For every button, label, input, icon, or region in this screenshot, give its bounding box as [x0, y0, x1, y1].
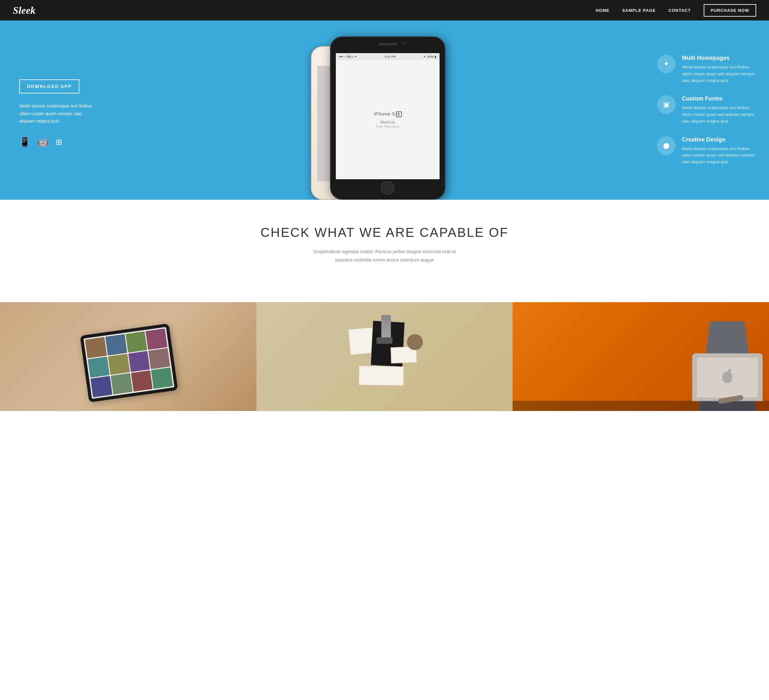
- purchase-now-button[interactable]: PURCHASE NOW: [704, 4, 756, 17]
- capabilities-subtext-line2: posuere molestie lorem lectus interdum a…: [335, 257, 434, 262]
- feature-creative-design-desc: Morbi laoreet scelerisque orci finibus u…: [682, 146, 756, 165]
- nav-item-home[interactable]: HOME: [595, 7, 609, 13]
- desk-surface: [513, 401, 769, 411]
- feature-creative-design-title: Creative Design: [682, 136, 756, 143]
- hero-description: Morbi laoreet scelerisque orci finibus u…: [19, 103, 96, 125]
- card-workspace: [513, 302, 769, 411]
- nav-link-sample[interactable]: SAMPLE PAGE: [622, 8, 656, 13]
- tablet-icon: ▣: [663, 101, 670, 109]
- status-time: 4:21 PM: [385, 55, 396, 58]
- free-resource-label: Free Resource: [373, 125, 401, 128]
- tablet-thumb-10: [111, 373, 132, 395]
- phone-home-button: [381, 181, 394, 194]
- capabilities-heading: CHECK WHAT WE ARE CAPABLE OF: [13, 225, 756, 240]
- feature-custom-forms: ▣ Custom Forms Morbi laoreet scelerisque…: [657, 95, 756, 125]
- tablet-thumb-5: [88, 356, 109, 378]
- capabilities-section: CHECK WHAT WE ARE CAPABLE OF Suspendisse…: [0, 200, 769, 283]
- toggle-icon: ⬤: [663, 142, 669, 149]
- feature-custom-forms-text: Custom Forms Morbi laoreet scelerisque o…: [682, 95, 756, 125]
- nav-item-contact[interactable]: CONTACT: [668, 7, 691, 13]
- wand-icon: ✦: [663, 60, 669, 68]
- feature-icon-toggle: ⬤: [657, 136, 676, 155]
- feature-icon-wand: ✦: [657, 55, 676, 73]
- tablet-frame: [80, 323, 178, 402]
- phone-screen-content: iPhone 5S MockUp Free Resource: [336, 60, 439, 179]
- nav-item-sample[interactable]: SAMPLE PAGE: [622, 7, 656, 13]
- platform-icons: 📱 🤖 ⊞: [19, 136, 96, 147]
- phone-speaker: [378, 43, 397, 45]
- feature-multi-homepages-text: Multi Homepages Morbi laoreet scelerisqu…: [682, 55, 756, 84]
- phone-status-bar: ●●○○ BELL ✦ 4:21 PM ✦ 100% ▮: [336, 53, 439, 60]
- feature-custom-forms-desc: Morbi laoreet scelerisque orci finibus u…: [682, 105, 756, 125]
- hero-left-panel: DOWNLOAD APP Morbi laoreet scelerisque o…: [0, 21, 109, 200]
- cards-row: [0, 302, 769, 411]
- capabilities-subtext-line1: Suspendisse egestas mattis rhoncus pelle…: [313, 249, 455, 254]
- logo: Sleek: [13, 5, 35, 16]
- tablet-thumb-2: [105, 334, 127, 356]
- card-tablet: [0, 302, 256, 411]
- card-stationery: [256, 302, 513, 411]
- iphone-s-badge: S: [396, 111, 402, 117]
- phone-camera: [402, 42, 405, 45]
- feature-custom-forms-title: Custom Forms: [682, 95, 756, 102]
- apple-logo-icon: [722, 372, 732, 383]
- status-carrier-left: ●●○○ BELL ✦: [339, 55, 357, 58]
- phone-front: ●●○○ BELL ✦ 4:21 PM ✦ 100% ▮ iPhone 5S M…: [330, 37, 445, 200]
- tablet-thumb-4: [146, 328, 167, 350]
- laptop-screen-area: [697, 358, 758, 398]
- windows-icon: ⊞: [56, 138, 62, 146]
- status-battery: ✦ 100% ▮: [423, 55, 436, 58]
- hero-section: DOWNLOAD APP Morbi laoreet scelerisque o…: [0, 21, 769, 200]
- nav-links: HOME SAMPLE PAGE CONTACT PURCHASE NOW: [595, 7, 756, 13]
- stamp: [407, 334, 423, 350]
- nav-link-home[interactable]: HOME: [595, 8, 609, 13]
- phone-mockup-container: ●●○○ BELL ✦ 4:21 PM ✦ 100% ▮ iPhone 5S M…: [311, 33, 445, 200]
- apple-stem: [728, 369, 731, 372]
- tablet-thumb-6: [108, 354, 130, 375]
- tablet-thumb-1: [85, 337, 107, 358]
- stamp-head: [376, 337, 393, 344]
- tablet-thumb-8: [148, 348, 171, 369]
- feature-icon-tablet: ▣: [657, 95, 676, 114]
- hero-right-panel: ✦ Multi Homepages Morbi laoreet sceleris…: [647, 21, 769, 200]
- feature-multi-homepages-desc: Morbi laoreet scelerisque orci finibus u…: [682, 64, 756, 84]
- nav-item-purchase[interactable]: PURCHASE NOW: [704, 7, 756, 13]
- iphone-label: iPhone 5S: [373, 111, 401, 117]
- laptop-base: [692, 353, 763, 401]
- stationery-card-4: [359, 366, 404, 386]
- feature-multi-homepages-title: Multi Homepages: [682, 55, 756, 61]
- tablet-thumb-3: [125, 331, 147, 353]
- mockup-label: MockUp: [373, 120, 401, 125]
- feature-creative-design-text: Creative Design Morbi laoreet scelerisqu…: [682, 136, 756, 165]
- android-icon: 🤖: [37, 136, 49, 147]
- feature-creative-design: ⬤ Creative Design Morbi laoreet sceleris…: [657, 136, 756, 165]
- stationery-items: [339, 315, 430, 398]
- tablet-thumb-11: [131, 370, 153, 392]
- phone-mockup-area: ●●○○ BELL ✦ 4:21 PM ✦ 100% ▮ iPhone 5S M…: [109, 21, 647, 200]
- feature-multi-homepages: ✦ Multi Homepages Morbi laoreet sceleris…: [657, 55, 756, 84]
- nav-link-contact[interactable]: CONTACT: [668, 8, 691, 13]
- navigation: Sleek HOME SAMPLE PAGE CONTACT PURCHASE …: [0, 0, 769, 21]
- phone-screen: ●●○○ BELL ✦ 4:21 PM ✦ 100% ▮ iPhone 5S M…: [336, 53, 439, 179]
- capabilities-subtext: Suspendisse egestas mattis rhoncus pelle…: [13, 247, 756, 264]
- tablet-thumb-12: [151, 368, 173, 389]
- tablet-thumb-7: [129, 351, 150, 372]
- tablet-thumb-9: [91, 376, 113, 398]
- download-app-button[interactable]: DOWNLOAD APP: [19, 79, 79, 93]
- ios-icon: 📱: [19, 136, 31, 147]
